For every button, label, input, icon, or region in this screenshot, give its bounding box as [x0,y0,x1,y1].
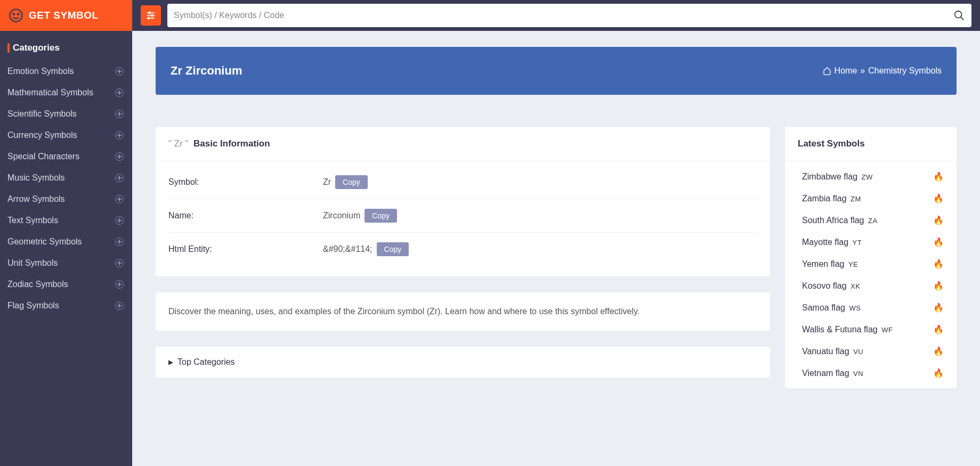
sidebar-item-scientific[interactable]: Scientific Symbols [0,103,132,125]
sidebar-item-label: Arrow Symbols [7,194,65,204]
sidebar-item-music[interactable]: Music Symbols [0,167,132,189]
latest-item[interactable]: Zambia flag ZM 🔥 [785,187,957,209]
home-icon [823,67,831,75]
plus-circle-icon [115,131,124,140]
latest-item[interactable]: Vanuatu flag VU 🔥 [785,340,957,362]
info-label: Name: [168,211,323,220]
latest-item[interactable]: Vietnam flag VN 🔥 [785,362,957,384]
info-row-name: Name: Zirconium Copy [168,199,757,233]
search-input[interactable] [174,11,953,20]
search-wrapper [167,4,971,27]
sidebar-item-label: Flag Symbols [7,301,59,310]
svg-point-2 [18,14,19,15]
svg-point-6 [151,14,153,16]
sidebar-nav: Emotion Symbols Mathematical Symbols Sci… [0,59,132,318]
sidebar-item-flag[interactable]: Flag Symbols [0,295,132,316]
sidebar-item-label: Mathematical Symbols [7,88,93,97]
sidebar-item-unit[interactable]: Unit Symbols [0,252,132,274]
sidebar-item-label: Text Symbols [7,216,58,225]
breadcrumb: Home » Chemistry Symbols [823,66,942,76]
info-row-symbol: Symbol: Zr Copy [168,166,757,199]
sidebar-item-geometric[interactable]: Geometric Symbols [0,231,132,252]
svg-line-10 [961,17,964,20]
latest-item-text: South Africa flag ZA [802,216,878,225]
latest-item-text: Kosovo flag XK [802,281,860,291]
sidebar-item-zodiac[interactable]: Zodiac Symbols [0,274,132,295]
fire-icon: 🔥 [933,193,944,203]
basic-info-body: Symbol: Zr Copy Name: Zirconium [156,161,770,276]
info-label: Html Entity: [168,244,323,254]
plus-circle-icon [115,110,124,118]
latest-item[interactable]: Wallis & Futuna flag WF 🔥 [785,318,957,340]
header-title: Basic Information [193,138,270,149]
plus-circle-icon [115,238,124,246]
fire-icon: 🔥 [933,237,944,247]
info-value: &#90;&#114; Copy [323,242,409,256]
latest-item[interactable]: Zimbabwe flag ZW 🔥 [785,166,957,187]
latest-item[interactable]: Mayotte flag YT 🔥 [785,231,957,253]
page-title: Zr Zirconium [171,64,242,78]
info-label: Symbol: [168,177,323,187]
latest-item[interactable]: Samoa flag WS 🔥 [785,297,957,318]
latest-symbols-list: Zimbabwe flag ZW 🔥 Zambia flag ZM 🔥 Sout… [785,161,957,388]
fire-icon: 🔥 [933,171,944,182]
sidebar-item-emotion[interactable]: Emotion Symbols [0,61,132,82]
sidebar-item-text[interactable]: Text Symbols [0,210,132,231]
main-area: Zr Zirconium Home » Chemistry Symbols " … [132,0,980,466]
breadcrumb-current-link[interactable]: Chemistry Symbols [868,66,942,76]
categories-header-label: Categories [13,43,60,53]
fire-icon: 🔥 [933,259,944,269]
copy-button[interactable]: Copy [335,175,368,189]
svg-point-9 [955,11,962,18]
latest-item[interactable]: Kosovo flag XK 🔥 [785,275,957,297]
plus-circle-icon [115,67,124,76]
info-value: Zirconium Copy [323,209,397,223]
copy-button[interactable]: Copy [377,242,409,256]
description-text: Discover the meaning, uses, and examples… [168,307,639,316]
smiley-icon [9,8,23,23]
breadcrumb-home-link[interactable]: Home [835,66,857,76]
latest-item[interactable]: South Africa flag ZA 🔥 [785,209,957,231]
content: Zr Zirconium Home » Chemistry Symbols " … [132,31,980,404]
latest-item-text: Yemen flag YE [802,259,858,269]
svg-point-1 [13,14,14,15]
sidebar-item-label: Unit Symbols [7,258,58,268]
filter-button[interactable] [141,5,161,26]
fire-icon: 🔥 [933,303,944,313]
breadcrumb-separator: » [860,66,865,76]
top-categories-toggle[interactable]: ▶ Top Categories [156,347,770,378]
logo-bar[interactable]: GET SYMBOL [0,0,132,31]
sidebar-item-label: Scientific Symbols [7,109,77,119]
info-row-entity: Html Entity: &#90;&#114; Copy [168,233,757,266]
plus-circle-icon [115,88,124,97]
basic-info-card: " Zr " Basic Information Symbol: Zr Copy [156,127,770,276]
description-card: Discover the meaning, uses, and examples… [156,292,770,331]
fire-icon: 🔥 [933,346,944,356]
fire-icon: 🔥 [933,281,944,291]
svg-point-0 [10,9,22,21]
search-icon[interactable] [953,10,965,21]
info-value: Zr Copy [323,175,368,189]
sidebar-item-label: Special Characters [7,152,79,161]
latest-symbols-card: Latest Symbols Zimbabwe flag ZW 🔥 Zambia… [785,127,957,388]
sidebar-item-currency[interactable]: Currency Symbols [0,125,132,146]
sidebar-item-special[interactable]: Special Characters [0,146,132,167]
page-banner: Zr Zirconium Home » Chemistry Symbols [156,47,957,95]
latest-item[interactable]: Yemen flag YE 🔥 [785,253,957,275]
top-categories-label: Top Categories [177,357,235,367]
main-column: " Zr " Basic Information Symbol: Zr Copy [156,127,770,378]
header-symbol-quote: " Zr " [168,138,189,149]
sidebar-item-label: Music Symbols [7,173,65,183]
plus-circle-icon [115,280,124,289]
latest-item-text: Vietnam flag VN [802,369,863,378]
copy-button[interactable]: Copy [365,209,397,223]
sidebar-item-mathematical[interactable]: Mathematical Symbols [0,82,132,103]
side-column: Latest Symbols Zimbabwe flag ZW 🔥 Zambia… [785,127,957,388]
plus-circle-icon [115,216,124,225]
fire-icon: 🔥 [933,324,944,334]
latest-item-text: Zambia flag ZM [802,194,861,203]
sidebar-item-arrow[interactable]: Arrow Symbols [0,189,132,210]
sliders-icon [145,10,156,21]
categories-header: Categories [0,31,132,59]
info-value-text: &#90;&#114; [323,244,372,254]
